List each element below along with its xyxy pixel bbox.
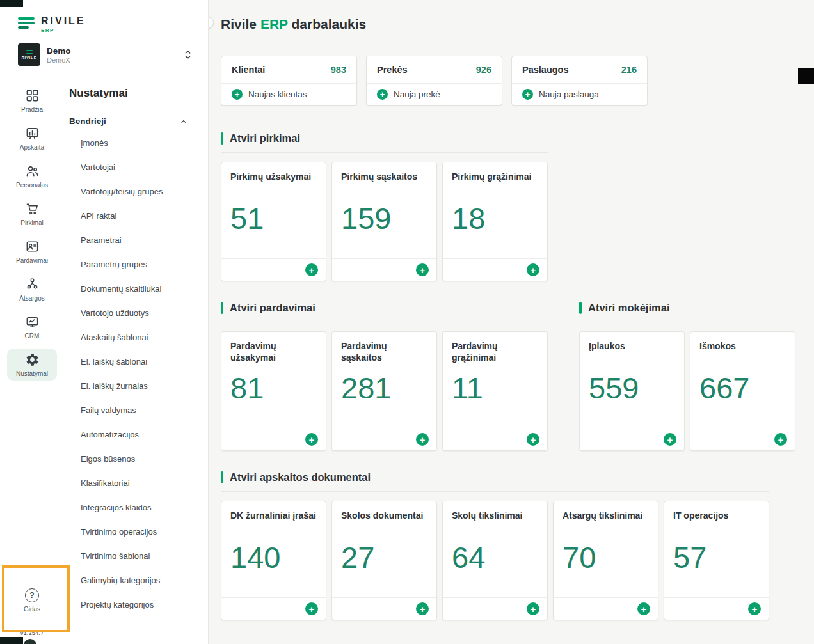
stat-foot: + — [443, 258, 547, 281]
summary-row: Klientai 983 + Naujas klientas Prekės 92… — [221, 56, 814, 106]
submenu-item-el-laisku-zurnalas[interactable]: El. laiškų žurnalas — [69, 374, 208, 398]
plus-icon: + — [232, 89, 243, 100]
stat-foot: + — [332, 597, 436, 620]
mid-sections-row: Atviri pardavimai Pardavimų užsakymai 81… — [221, 302, 814, 451]
stat-foot: + — [332, 428, 436, 450]
stat-label: Atsargų tikslinimai — [554, 501, 658, 533]
stat-count: 70 — [554, 542, 658, 572]
submenu-item-ataskaitu-sablonai[interactable]: Ataskaitų šablonai — [69, 326, 208, 350]
people-icon — [25, 164, 40, 178]
sidebar-item-personalas[interactable]: Personalas — [7, 160, 57, 192]
stat-card-pirkimu-uzsakymai[interactable]: Pirkimų užsakymai 51 + — [221, 162, 326, 281]
submenu-item-vartotojai[interactable]: Vartotojai — [69, 155, 208, 180]
add-button[interactable]: + — [305, 433, 318, 446]
stat-count: 51 — [221, 203, 326, 233]
add-button[interactable]: + — [305, 263, 318, 276]
stat-card-skolu-tikslinimai[interactable]: Skolų tikslinimai 64 + — [442, 501, 548, 620]
app-logo: RIVILE ERP — [18, 15, 193, 33]
submenu-item-dokumentu-skaitliukai[interactable]: Dokumentų skaitliukai — [69, 277, 208, 301]
section-title: Atviri pirkimai — [230, 132, 300, 145]
add-button[interactable]: + — [527, 602, 539, 615]
sidebar-item-pradzia[interactable]: Pradžia — [7, 84, 57, 116]
stat-card-pirkimu-saskaitos[interactable]: Pirkimų sąskaitos 159 + — [331, 162, 437, 281]
submenu-item-failu-valdymas[interactable]: Failų valdymas — [69, 398, 208, 423]
stat-label: Išmokos — [690, 332, 795, 364]
company-selector[interactable]: RIVILE Demo DemoX — [18, 43, 193, 66]
sidebar-item-apskaita[interactable]: Apskaita — [7, 122, 57, 154]
plus-icon: + — [522, 89, 533, 100]
add-button[interactable]: + — [527, 433, 539, 446]
rail-item-label: CRM — [25, 333, 40, 340]
submenu-item-el-laisku-sablonai[interactable]: El. laiškų šablonai — [69, 350, 208, 374]
stat-card-pardavimu-grazinimai[interactable]: Pardavimų grąžinimai 11 + — [442, 331, 548, 451]
section-accent-bar — [579, 302, 582, 314]
submenu-item-imones[interactable]: Įmonės — [69, 131, 208, 155]
submenu-item-galimybiu-kategorijos[interactable]: Galimybių kategorijos — [69, 569, 208, 593]
submenu-item-api-raktai[interactable]: API raktai — [69, 204, 208, 228]
nauja-paslauga-button[interactable]: + Nauja paslauga — [512, 83, 647, 105]
stat-label: Pirkimų užsakymai — [221, 162, 326, 194]
company-name: Demo — [47, 46, 71, 56]
add-button[interactable]: + — [416, 602, 429, 615]
add-button[interactable]: + — [774, 433, 787, 446]
submenu-item-klasifikatoriai[interactable]: Klasifikatoriai — [69, 471, 208, 496]
section-accent-bar — [221, 132, 223, 145]
add-button[interactable]: + — [305, 602, 318, 615]
sidebar-item-atsargos[interactable]: Atsargos — [7, 273, 57, 305]
stat-card-ismokos[interactable]: Išmokos 667 + — [690, 331, 795, 451]
question-icon: ? — [25, 588, 39, 602]
stat-card-pardavimu-saskaitos[interactable]: Pardavimų sąskaitos 281 + — [331, 331, 437, 451]
logo-name: RIVILE — [41, 15, 86, 27]
stat-card-dk-zurnaliniai-irasai[interactable]: DK žurnaliniai įrašai 140 + — [221, 501, 326, 620]
nauja-preke-button[interactable]: + Nauja prekė — [367, 83, 502, 105]
settings-submenu: Nustatymai Bendrieji Įmonės Vartotojai V… — [64, 75, 208, 644]
add-button[interactable]: + — [664, 433, 676, 446]
stat-card-skolos-dokumentai[interactable]: Skolos dokumentai 27 + — [331, 501, 437, 620]
add-button[interactable]: + — [416, 263, 429, 276]
add-button[interactable]: + — [416, 433, 429, 446]
rail-item-label: Apskaita — [20, 144, 44, 151]
stat-card-pardavimu-uzsakymai[interactable]: Pardavimų užsakymai 81 + — [221, 331, 326, 451]
sidebar-header: RIVILE ERP RIVILE Demo DemoX — [0, 0, 208, 75]
submenu-item-parametrai[interactable]: Parametrai — [69, 228, 208, 253]
sidebar: RIVILE ERP RIVILE Demo DemoX — [0, 0, 209, 644]
logo-text: RIVILE ERP — [41, 15, 86, 33]
submenu-item-tvirtinimo-operacijos[interactable]: Tvirtinimo operacijos — [69, 520, 208, 544]
add-button[interactable]: + — [748, 602, 761, 615]
stat-card-iplaukos[interactable]: Įplaukos 559 + — [579, 331, 685, 451]
submenu-item-eigos-busenos[interactable]: Eigos būsenos — [69, 447, 208, 471]
naujas-klientas-button[interactable]: + Naujas klientas — [221, 83, 356, 105]
submenu-item-integracijos-klaidos[interactable]: Integracijos klaidos — [69, 496, 208, 520]
stat-foot: + — [221, 258, 326, 281]
sidebar-item-pirkimai[interactable]: Pirkimai — [7, 198, 57, 230]
submenu-item-parametru-grupes[interactable]: Parametrų grupės — [69, 253, 208, 277]
submenu-item-vartotoju-teisiu-grupes[interactable]: Vartotojų/teisių grupės — [69, 180, 208, 204]
submenu-group-bendrieji[interactable]: Bendrieji — [69, 116, 208, 126]
section-title: Atviri mokėjimai — [588, 302, 669, 314]
summary-top[interactable]: Klientai 983 — [221, 56, 356, 83]
page-title: Rivile ERP darbalaukis — [221, 17, 814, 32]
sidebar-item-nustatymai[interactable]: Nustatymai — [7, 349, 57, 381]
stat-card-it-operacijos[interactable]: IT operacijos 57 + — [664, 501, 769, 620]
section-accent-bar — [221, 471, 223, 483]
stat-card-atsargu-tikslinimai[interactable]: Atsargų tikslinimai 70 + — [553, 501, 658, 620]
sidebar-item-pardavimai[interactable]: Pardavimai — [7, 235, 57, 267]
stat-label: Skolos dokumentai — [332, 501, 436, 533]
summary-label: Prekės — [377, 65, 408, 75]
cards-row: DK žurnaliniai įrašai 140 + Skolos dokum… — [221, 501, 769, 620]
summary-top[interactable]: Prekės 926 — [367, 56, 502, 83]
stat-count: 559 — [580, 373, 684, 403]
sidebar-item-crm[interactable]: CRM — [7, 311, 57, 343]
stat-card-pirkimu-grazinimai[interactable]: Pirkimų grąžinimai 18 + — [442, 162, 548, 281]
add-button[interactable]: + — [637, 602, 650, 615]
submenu-item-vartotojo-uzduotys[interactable]: Vartotojo užduotys — [69, 301, 208, 326]
submenu-item-automatizacijos[interactable]: Automatizacijos — [69, 423, 208, 447]
sidebar-item-gidas[interactable]: ? Gidas — [7, 585, 57, 616]
submenu-item-projektu-kategorijos[interactable]: Projektų kategorijos — [69, 593, 208, 617]
summary-top[interactable]: Paslaugos 216 — [512, 56, 647, 83]
sidebar-collapse-button[interactable]: ‹ — [209, 17, 214, 29]
add-button[interactable]: + — [527, 263, 539, 276]
app-version: v1.254.7 — [20, 629, 44, 636]
rail-item-label: Personalas — [16, 182, 48, 189]
submenu-item-tvirtinimo-sablonai[interactable]: Tvirtinimo šablonai — [69, 544, 208, 569]
